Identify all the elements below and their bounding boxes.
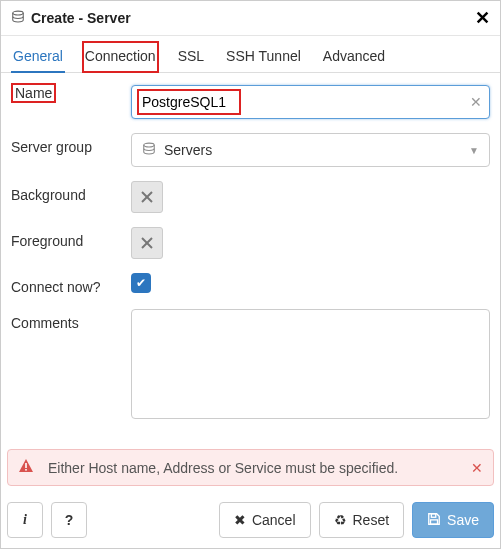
svg-point-1	[144, 143, 155, 147]
svg-rect-9	[431, 519, 438, 523]
tab-bar: General Connection SSL SSH Tunnel Advanc…	[1, 36, 500, 73]
comments-textarea[interactable]	[131, 309, 490, 419]
name-input[interactable]	[131, 85, 490, 119]
reset-button[interactable]: ♻ Reset	[319, 502, 405, 538]
background-label: Background	[11, 181, 131, 203]
error-alert: Either Host name, Address or Service mus…	[7, 449, 494, 486]
close-icon[interactable]: ✕	[475, 7, 490, 29]
footer: i ? ✖ Cancel ♻ Reset Save	[1, 494, 500, 548]
tab-advanced[interactable]: Advanced	[321, 42, 387, 72]
cancel-button[interactable]: ✖ Cancel	[219, 502, 311, 538]
alert-text: Either Host name, Address or Service mus…	[48, 460, 398, 476]
tab-ssh-tunnel[interactable]: SSH Tunnel	[224, 42, 303, 72]
dialog-title: Create - Server	[31, 10, 131, 26]
tab-general[interactable]: General	[11, 42, 65, 72]
connect-now-checkbox[interactable]: ✔	[131, 273, 151, 293]
reset-label: Reset	[353, 512, 390, 528]
svg-rect-8	[431, 513, 435, 517]
server-icon	[11, 10, 25, 27]
info-icon: i	[23, 512, 27, 528]
save-button[interactable]: Save	[412, 502, 494, 538]
chevron-down-icon: ▼	[469, 145, 479, 156]
titlebar: Create - Server ✕	[1, 1, 500, 36]
svg-rect-7	[25, 469, 27, 471]
server-group-value: Servers	[164, 142, 212, 158]
info-button[interactable]: i	[7, 502, 43, 538]
save-icon	[427, 512, 441, 529]
tab-ssl[interactable]: SSL	[176, 42, 206, 72]
form-general: Name ✕ Server group Servers ▼ Backgroun	[1, 73, 500, 449]
create-server-dialog: Create - Server ✕ General Connection SSL…	[0, 0, 501, 549]
tab-connection[interactable]: Connection	[83, 42, 158, 72]
help-button[interactable]: ?	[51, 502, 87, 538]
cancel-label: Cancel	[252, 512, 296, 528]
background-color-button[interactable]	[131, 181, 163, 213]
server-group-select[interactable]: Servers ▼	[131, 133, 490, 167]
svg-point-0	[13, 11, 24, 15]
foreground-color-button[interactable]	[131, 227, 163, 259]
alert-close-icon[interactable]: ✕	[471, 460, 483, 476]
server-group-label: Server group	[11, 133, 131, 155]
clear-icon[interactable]: ✕	[470, 94, 482, 110]
warning-icon	[18, 458, 34, 477]
name-label: Name	[11, 83, 56, 103]
comments-label: Comments	[11, 309, 131, 331]
svg-rect-6	[25, 463, 27, 468]
foreground-label: Foreground	[11, 227, 131, 249]
recycle-icon: ♻	[334, 512, 347, 528]
servers-icon	[142, 142, 156, 159]
help-icon: ?	[65, 512, 74, 528]
save-label: Save	[447, 512, 479, 528]
connect-now-label: Connect now?	[11, 273, 131, 295]
cancel-icon: ✖	[234, 512, 246, 528]
